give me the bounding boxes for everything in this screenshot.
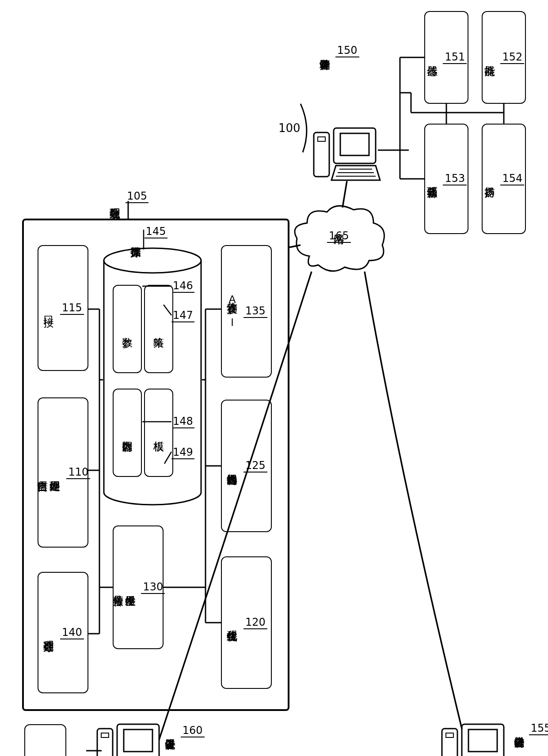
client-lines	[0, 0, 548, 756]
cp-device-label-group: 内容提供者设备 155	[513, 722, 548, 735]
cp-device-id: 155	[529, 722, 548, 735]
